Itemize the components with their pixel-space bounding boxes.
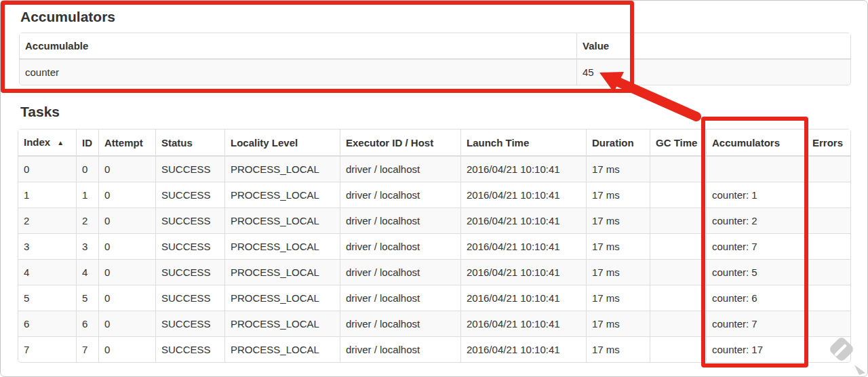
task-row: 550SUCCESSPROCESS_LOCALdriver / localhos…	[18, 285, 850, 311]
column-label: Attempt	[104, 137, 143, 148]
cell-attempt: 0	[98, 207, 155, 233]
cell-index: 2	[18, 207, 76, 233]
column-label: Accumulators	[712, 137, 780, 148]
cell-executor-id-host: driver / localhost	[340, 285, 460, 311]
task-row: 660SUCCESSPROCESS_LOCALdriver / localhos…	[18, 311, 850, 336]
cell-duration: 17 ms	[586, 336, 650, 362]
column-label: Status	[161, 137, 193, 148]
cell-duration: 17 ms	[586, 157, 650, 182]
cell-errors	[806, 182, 850, 207]
cell-id: 4	[76, 259, 98, 285]
task-row: 440SUCCESSPROCESS_LOCALdriver / localhos…	[18, 259, 850, 285]
tasks-column-header-accumulators[interactable]: Accumulators	[706, 130, 806, 157]
tasks-column-header-launch-time[interactable]: Launch Time	[460, 130, 586, 157]
column-label: Launch Time	[467, 137, 529, 148]
cell-errors	[806, 259, 850, 285]
accumulators-section: Accumulators Accumulable Value counter 4…	[19, 8, 850, 85]
accumulators-table: Accumulable Value counter 45	[19, 33, 851, 85]
cell-errors	[806, 311, 850, 336]
cell-duration: 17 ms	[586, 285, 650, 311]
cell-executor-id-host: driver / localhost	[340, 311, 460, 336]
accumulable-value-cell: 45	[576, 60, 850, 85]
accumulable-name-cell: counter	[20, 60, 576, 85]
cell-id: 6	[76, 311, 98, 336]
tasks-column-header-status[interactable]: Status	[155, 130, 224, 157]
cell-locality-level: PROCESS_LOCAL	[224, 233, 340, 259]
cell-index: 6	[18, 311, 76, 336]
cell-locality-level: PROCESS_LOCAL	[224, 157, 340, 182]
cell-errors	[806, 285, 850, 311]
column-label: Errors	[812, 137, 843, 148]
cell-launch-time: 2016/04/21 10:10:41	[460, 207, 586, 233]
cell-status: SUCCESS	[155, 157, 224, 182]
cell-locality-level: PROCESS_LOCAL	[224, 182, 340, 207]
cell-duration: 17 ms	[586, 207, 650, 233]
tasks-column-header-id[interactable]: ID	[76, 130, 98, 157]
column-label: Duration	[592, 137, 634, 148]
cell-index: 5	[18, 285, 76, 311]
cell-errors	[806, 233, 850, 259]
cell-gc-time	[650, 157, 706, 182]
accumulator-row: counter 45	[20, 60, 850, 85]
cell-attempt: 0	[98, 285, 155, 311]
cell-attempt: 0	[98, 233, 155, 259]
cell-errors	[806, 207, 850, 233]
cell-gc-time	[650, 311, 706, 336]
tasks-column-header-executor-id-host[interactable]: Executor ID / Host	[340, 130, 460, 157]
cell-id: 3	[76, 233, 98, 259]
cell-launch-time: 2016/04/21 10:10:41	[460, 336, 586, 362]
cell-locality-level: PROCESS_LOCAL	[224, 285, 340, 311]
cell-launch-time: 2016/04/21 10:10:41	[460, 233, 586, 259]
cell-accumulators: counter: 7	[706, 311, 806, 336]
cell-status: SUCCESS	[155, 336, 224, 362]
task-row: 000SUCCESSPROCESS_LOCALdriver / localhos…	[18, 157, 850, 182]
cell-locality-level: PROCESS_LOCAL	[224, 259, 340, 285]
tasks-column-header-index[interactable]: Index▲	[18, 130, 76, 157]
tasks-table: Index▲IDAttemptStatusLocality LevelExecu…	[18, 129, 851, 363]
cell-locality-level: PROCESS_LOCAL	[224, 336, 340, 362]
cell-locality-level: PROCESS_LOCAL	[224, 207, 340, 233]
cell-gc-time	[650, 259, 706, 285]
mouse-cursor-icon	[854, 365, 868, 377]
tasks-column-header-duration[interactable]: Duration	[586, 130, 650, 157]
value-column-header[interactable]: Value	[576, 33, 850, 60]
tasks-column-header-locality-level[interactable]: Locality Level	[224, 130, 340, 157]
cell-launch-time: 2016/04/21 10:10:41	[460, 157, 586, 182]
task-row: 770SUCCESSPROCESS_LOCALdriver / localhos…	[18, 336, 850, 362]
cell-accumulators: counter: 7	[706, 233, 806, 259]
cell-status: SUCCESS	[155, 182, 224, 207]
cell-executor-id-host: driver / localhost	[340, 157, 460, 182]
cell-id: 2	[76, 207, 98, 233]
cell-id: 1	[76, 182, 98, 207]
column-label: Locality Level	[231, 137, 298, 148]
cell-attempt: 0	[98, 259, 155, 285]
cell-accumulators: counter: 5	[706, 259, 806, 285]
cell-attempt: 0	[98, 336, 155, 362]
column-label: ID	[82, 137, 92, 148]
cell-index: 4	[18, 259, 76, 285]
tasks-column-header-attempt[interactable]: Attempt	[98, 130, 155, 157]
cell-id: 7	[76, 336, 98, 362]
cell-id: 0	[76, 157, 98, 182]
tasks-heading: Tasks	[20, 103, 850, 121]
accumulable-column-header[interactable]: Accumulable	[20, 33, 576, 60]
cell-status: SUCCESS	[155, 311, 224, 336]
cell-id: 5	[76, 285, 98, 311]
cell-status: SUCCESS	[155, 233, 224, 259]
cell-executor-id-host: driver / localhost	[340, 259, 460, 285]
cell-duration: 17 ms	[586, 182, 650, 207]
cell-accumulators: counter: 17	[706, 336, 806, 362]
cell-executor-id-host: driver / localhost	[340, 336, 460, 362]
feedly-icon[interactable]	[826, 334, 857, 365]
cell-accumulators: counter: 1	[706, 182, 806, 207]
tasks-column-header-gc-time[interactable]: GC Time	[650, 130, 706, 157]
cell-accumulators	[706, 157, 806, 182]
accumulators-heading: Accumulators	[20, 8, 850, 26]
cell-status: SUCCESS	[155, 259, 224, 285]
cell-gc-time	[650, 336, 706, 362]
cell-locality-level: PROCESS_LOCAL	[224, 311, 340, 336]
tasks-column-header-errors[interactable]: Errors	[806, 130, 850, 157]
column-label: GC Time	[656, 137, 697, 148]
cell-attempt: 0	[98, 182, 155, 207]
cell-attempt: 0	[98, 157, 155, 182]
